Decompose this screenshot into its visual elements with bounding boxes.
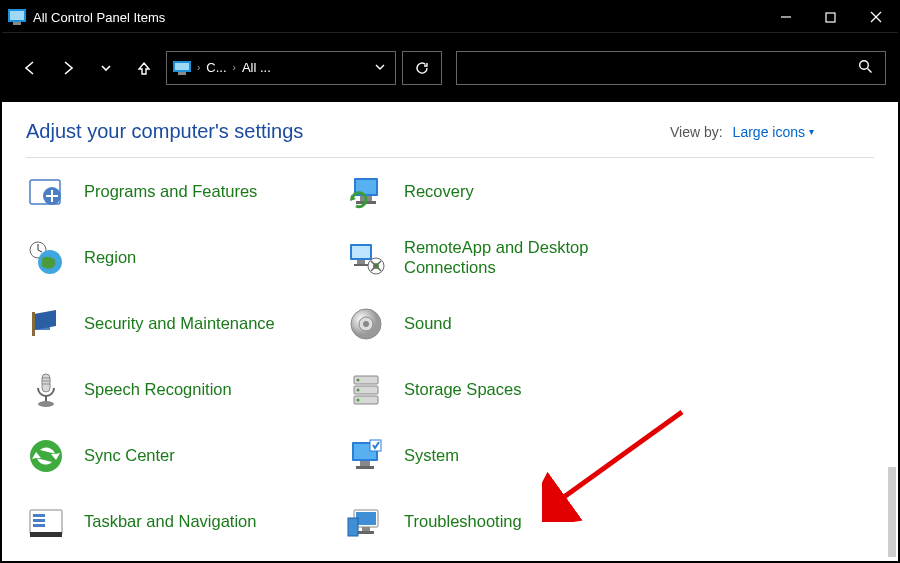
item-label: Sync Center	[84, 446, 175, 466]
item-sync-center[interactable]: Sync Center	[26, 434, 346, 478]
minimize-button[interactable]	[763, 2, 808, 32]
svg-point-45	[357, 399, 360, 402]
view-by-label: View by:	[670, 124, 723, 140]
svg-rect-56	[30, 532, 62, 537]
svg-rect-25	[352, 246, 370, 258]
svg-point-39	[38, 401, 54, 407]
svg-rect-50	[356, 466, 374, 469]
maximize-button[interactable]	[808, 2, 853, 32]
sound-icon	[346, 304, 386, 344]
svg-rect-26	[357, 260, 365, 264]
svg-rect-59	[362, 527, 370, 531]
breadcrumb: › C... › All ...	[195, 60, 367, 75]
search-icon	[858, 59, 873, 77]
svg-rect-27	[354, 264, 368, 266]
svg-rect-55	[33, 524, 45, 527]
item-programs-and-features[interactable]: Programs and Features	[26, 170, 346, 214]
item-label: Programs and Features	[84, 182, 257, 202]
taskbar-icon	[26, 502, 66, 542]
content-header: Adjust your computer's settings View by:…	[26, 120, 874, 143]
storage-icon	[346, 370, 386, 410]
breadcrumb-segment[interactable]: C...	[206, 60, 226, 75]
control-panel-icon	[8, 9, 26, 25]
item-security-and-maintenance[interactable]: Security and Maintenance	[26, 302, 346, 346]
control-panel-items: Programs and Features Recovery	[26, 170, 874, 544]
remoteapp-icon	[346, 238, 386, 278]
programs-icon	[26, 172, 66, 212]
svg-rect-49	[360, 461, 370, 466]
item-label: Sound	[404, 314, 452, 334]
troubleshooting-icon	[346, 502, 386, 542]
security-icon	[26, 304, 66, 344]
recent-locations-button[interactable]	[90, 52, 122, 84]
svg-rect-54	[33, 519, 45, 522]
window-title: All Control Panel Items	[33, 10, 763, 25]
up-button[interactable]	[128, 52, 160, 84]
divider	[26, 157, 874, 158]
address-dropdown-button[interactable]	[371, 62, 389, 74]
svg-rect-61	[348, 518, 358, 536]
recovery-icon	[346, 172, 386, 212]
svg-point-33	[363, 321, 369, 327]
refresh-button[interactable]	[402, 51, 442, 85]
svg-rect-30	[32, 312, 35, 336]
content-area: Adjust your computer's settings View by:…	[2, 102, 898, 561]
close-button[interactable]	[853, 2, 898, 32]
svg-line-11	[868, 68, 872, 72]
control-panel-icon	[173, 61, 191, 75]
svg-rect-15	[51, 190, 53, 202]
navigation-bar: › C... › All ...	[2, 32, 898, 102]
svg-point-10	[860, 60, 869, 69]
view-by-dropdown[interactable]: Large icons ▾	[733, 124, 814, 140]
svg-rect-2	[13, 22, 21, 25]
svg-rect-8	[175, 63, 189, 70]
back-button[interactable]	[14, 52, 46, 84]
microphone-icon	[26, 370, 66, 410]
svg-rect-60	[358, 531, 374, 534]
item-recovery[interactable]: Recovery	[346, 170, 666, 214]
chevron-right-icon: ›	[233, 62, 236, 73]
item-taskbar-and-navigation[interactable]: Taskbar and Navigation	[26, 500, 346, 544]
item-label: Taskbar and Navigation	[84, 512, 256, 532]
item-label: Troubleshooting	[404, 512, 522, 532]
chevron-right-icon: ›	[197, 62, 200, 73]
item-label: RemoteApp and Desktop Connections	[404, 238, 666, 278]
item-label: Security and Maintenance	[84, 314, 275, 334]
item-label: Region	[84, 248, 136, 268]
item-speech-recognition[interactable]: Speech Recognition	[26, 368, 346, 412]
system-icon	[346, 436, 386, 476]
address-bar[interactable]: › C... › All ...	[166, 51, 396, 85]
item-storage-spaces[interactable]: Storage Spaces	[346, 368, 666, 412]
vertical-scrollbar[interactable]	[888, 467, 896, 557]
search-box[interactable]	[456, 51, 886, 85]
item-label: Recovery	[404, 182, 474, 202]
region-icon	[26, 238, 66, 278]
svg-rect-1	[10, 11, 24, 20]
svg-rect-58	[356, 512, 376, 525]
breadcrumb-segment[interactable]: All ...	[242, 60, 271, 75]
item-remoteapp[interactable]: RemoteApp and Desktop Connections	[346, 236, 666, 280]
svg-rect-53	[33, 514, 45, 517]
item-system[interactable]: System	[346, 434, 666, 478]
svg-rect-9	[178, 72, 186, 75]
svg-point-44	[357, 389, 360, 392]
chevron-down-icon: ▾	[809, 126, 814, 137]
svg-point-43	[357, 379, 360, 382]
item-region[interactable]: Region	[26, 236, 346, 280]
svg-rect-4	[826, 13, 835, 22]
sync-icon	[26, 436, 66, 476]
view-by-value: Large icons	[733, 124, 805, 140]
page-heading: Adjust your computer's settings	[26, 120, 303, 143]
view-by: View by: Large icons ▾	[670, 124, 814, 140]
item-label: System	[404, 446, 459, 466]
item-label: Storage Spaces	[404, 380, 521, 400]
svg-rect-34	[42, 374, 50, 392]
title-bar: All Control Panel Items	[2, 2, 898, 32]
item-troubleshooting[interactable]: Troubleshooting	[346, 500, 666, 544]
item-label: Speech Recognition	[84, 380, 232, 400]
forward-button[interactable]	[52, 52, 84, 84]
item-sound[interactable]: Sound	[346, 302, 666, 346]
window-controls	[763, 2, 898, 32]
